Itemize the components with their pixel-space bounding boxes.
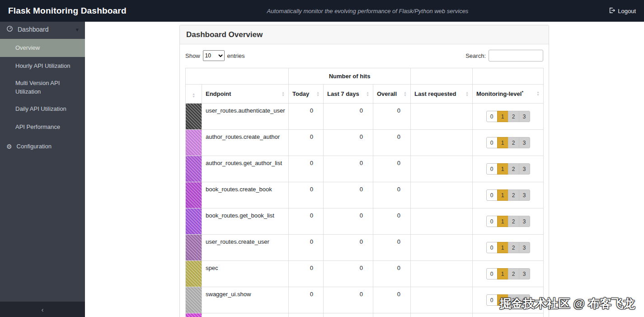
- show-label: Show: [185, 52, 200, 59]
- monitoring-level-0-button[interactable]: 0: [486, 268, 498, 279]
- table-row: book_routes.create_book0000123: [186, 182, 544, 208]
- hits-today: 0: [289, 287, 324, 313]
- endpoint-color-swatch: [186, 208, 202, 234]
- hits-overall: 0: [373, 287, 411, 313]
- sort-icon[interactable]: ▲▼: [282, 91, 285, 97]
- hits-today: [289, 313, 324, 317]
- column-header-last-7-days[interactable]: Last 7 days▲▼: [324, 85, 373, 104]
- monitoring-level-2-button[interactable]: 2: [508, 216, 519, 227]
- endpoint-name: book_routes.create_book: [202, 182, 289, 208]
- entries-select[interactable]: 10: [203, 50, 225, 61]
- endpoint-color-cell: [186, 182, 202, 208]
- column-header-overall[interactable]: Overall▲▼: [373, 85, 411, 104]
- monitoring-level-0-button[interactable]: 0: [486, 294, 498, 306]
- app-subtitle: Automatically monitor the evolving perfo…: [127, 8, 609, 14]
- monitoring-level-0-button[interactable]: 0: [486, 189, 498, 201]
- sidebar-item-overview[interactable]: Overview: [0, 39, 85, 57]
- sidebar-item-configuration[interactable]: ⚙ Configuration: [0, 137, 85, 156]
- monitoring-level-2-button[interactable]: 2: [508, 111, 519, 122]
- column-header-endpoint[interactable]: Endpoint▲▼: [202, 85, 289, 104]
- table-row: 0123: [186, 313, 544, 317]
- sidebar-item-api-performance[interactable]: API Performance: [0, 118, 85, 137]
- monitoring-level-2-button[interactable]: 2: [508, 163, 519, 175]
- sort-icon[interactable]: ▲▼: [316, 91, 320, 97]
- endpoint-color-swatch: [186, 287, 202, 313]
- monitoring-level-0-button[interactable]: 0: [486, 216, 498, 227]
- monitoring-level-1-button[interactable]: 1: [497, 163, 508, 175]
- monitoring-level-0-button[interactable]: 0: [486, 163, 498, 175]
- sort-icon[interactable]: ▲▼: [192, 93, 195, 98]
- monitoring-level-1-button[interactable]: 1: [497, 268, 508, 279]
- endpoint-color-swatch: [186, 313, 202, 317]
- column-header-last-requested[interactable]: Last requested▲▼: [411, 85, 473, 104]
- sidebar-item-dashboard[interactable]: Dashboard ▾: [0, 22, 85, 37]
- last-requested-value: [411, 235, 473, 261]
- hits-overall: [373, 313, 411, 317]
- hits-overall: 0: [373, 235, 411, 261]
- table-row: book_routes.get_book_list0000123: [186, 208, 544, 235]
- column-header-monitoring-level-[interactable]: Monitoring-level*▲▼: [473, 85, 544, 104]
- last-requested-value: [411, 156, 473, 182]
- logout-button[interactable]: Logout: [609, 7, 644, 15]
- monitoring-level-2-button[interactable]: 2: [508, 268, 519, 279]
- endpoint-color-cell: [186, 156, 202, 182]
- monitoring-level-0-button[interactable]: 0: [486, 242, 498, 253]
- search-input[interactable]: [489, 50, 543, 62]
- hits-today: 0: [289, 104, 324, 130]
- dashboard-label: Dashboard: [18, 26, 49, 33]
- monitoring-level-2-button[interactable]: 2: [508, 242, 519, 253]
- table-group-header-row: Number of hits: [186, 68, 544, 85]
- table-row: swagger_ui.show0000123: [186, 287, 544, 313]
- column-header-label: Last 7 days: [327, 90, 359, 97]
- monitoring-level-1-button[interactable]: 1: [497, 216, 508, 227]
- column-header-today[interactable]: Today▲▼: [289, 85, 324, 104]
- sidebar-item-daily-api-utilization[interactable]: Daily API Utilization: [0, 100, 85, 118]
- hits-overall: 0: [373, 182, 411, 208]
- column-header-label: Endpoint: [206, 90, 231, 97]
- hits-last7: [324, 313, 373, 317]
- monitoring-level-3-button[interactable]: 3: [519, 242, 530, 253]
- monitoring-level-3-button[interactable]: 3: [519, 111, 530, 122]
- endpoint-color-cell: [186, 313, 202, 317]
- monitoring-level-1-button[interactable]: 1: [497, 137, 508, 148]
- sidebar: Dashboard ▾ OverviewHourly API Utilizati…: [0, 22, 85, 317]
- dashboard-gauge-icon: [6, 25, 13, 33]
- sidebar-collapse-button[interactable]: ‹: [0, 302, 85, 317]
- table-controls: Show 10 entries Search:: [185, 50, 543, 62]
- hits-last7: 0: [324, 104, 373, 130]
- table-row: author_routes.create_author0000123: [186, 130, 544, 156]
- monitoring-level-3-button[interactable]: 3: [519, 137, 530, 148]
- table-row: user_routes.create_user0000123: [186, 235, 544, 261]
- monitoring-level-2-button[interactable]: 2: [508, 189, 519, 201]
- sort-icon[interactable]: ▲▼: [404, 91, 407, 97]
- monitoring-level-1-button[interactable]: 1: [497, 111, 508, 122]
- endpoints-table: Number of hits ▲▼Endpoint▲▼Today▲▼Last 7…: [185, 68, 544, 317]
- hits-last7: 0: [324, 261, 373, 287]
- sort-icon[interactable]: ▲▼: [536, 91, 540, 96]
- endpoint-color-cell: [186, 287, 202, 313]
- hits-last7: 0: [324, 235, 373, 261]
- configuration-label: Configuration: [17, 143, 52, 150]
- main-content: Dashboard Overview Show 10 entries Searc…: [85, 22, 644, 317]
- monitoring-level-0-button[interactable]: 0: [486, 111, 498, 122]
- monitoring-level-0-button[interactable]: 0: [486, 137, 498, 148]
- monitoring-level-1-button[interactable]: 1: [497, 189, 508, 201]
- sort-icon[interactable]: ▲▼: [465, 91, 469, 97]
- monitoring-level-1-button[interactable]: 1: [497, 242, 508, 253]
- column-header-color[interactable]: ▲▼: [186, 85, 202, 104]
- monitoring-level-3-button[interactable]: 3: [519, 216, 530, 227]
- sort-icon[interactable]: ▲▼: [366, 91, 369, 97]
- endpoint-name: spec: [202, 261, 289, 287]
- column-header-label: Today: [292, 90, 309, 97]
- monitoring-level-3-button[interactable]: 3: [519, 163, 530, 175]
- monitoring-level-cell: 0123: [473, 261, 544, 287]
- monitoring-level-3-button[interactable]: 3: [519, 268, 530, 279]
- monitoring-level-2-button[interactable]: 2: [508, 137, 519, 148]
- logout-icon: [609, 7, 615, 15]
- monitoring-level-3-button[interactable]: 3: [519, 189, 530, 201]
- column-header-label: Monitoring-level*: [476, 90, 523, 97]
- sidebar-item-hourly-api-utilization[interactable]: Hourly API Utilization: [0, 57, 85, 75]
- search-label: Search:: [465, 52, 486, 59]
- sidebar-item-multi-version-api-utilization[interactable]: Multi Version API Utilization: [0, 75, 85, 100]
- chevron-down-icon: ▾: [75, 26, 79, 33]
